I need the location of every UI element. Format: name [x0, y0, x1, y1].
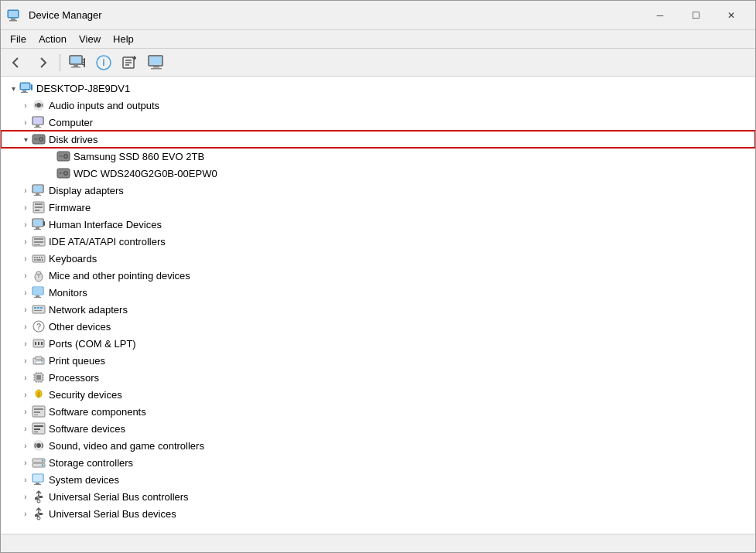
print-expand[interactable]: ›	[19, 354, 32, 367]
tree-node-monitors[interactable]: › Monitors	[1, 284, 755, 301]
menu-help[interactable]: Help	[107, 32, 140, 46]
tree-node-ports[interactable]: › Ports (COM & LPT)	[1, 335, 755, 352]
svg-rect-115	[34, 425, 43, 427]
security-expand[interactable]: ›	[19, 388, 32, 401]
system-expand[interactable]: ›	[19, 473, 32, 486]
tree-node-ide[interactable]: › IDE ATA/ATAPI controllers	[1, 233, 755, 250]
forward-button[interactable]	[30, 52, 55, 73]
usb-controllers-expand[interactable]: ›	[19, 490, 32, 503]
other-expand[interactable]: ›	[19, 320, 32, 333]
close-button[interactable]: ✕	[713, 1, 749, 30]
menu-view[interactable]: View	[73, 32, 107, 46]
svg-rect-25	[22, 90, 26, 92]
audio-expand[interactable]: ›	[19, 99, 32, 111]
tree-node-root[interactable]: ▾ DESKTOP-J8E9DV1	[1, 80, 755, 97]
tree-node-software-components[interactable]: › Software components	[1, 403, 755, 420]
storage-expand[interactable]: ›	[19, 456, 32, 469]
statusbar	[1, 534, 755, 552]
menu-file[interactable]: File	[4, 32, 32, 46]
root-expand[interactable]: ▾	[7, 82, 19, 94]
svg-rect-79	[34, 307, 36, 309]
ide-expand[interactable]: ›	[19, 235, 32, 247]
svg-rect-6	[74, 65, 78, 67]
svg-rect-27	[31, 84, 32, 90]
ports-expand[interactable]: ›	[19, 337, 32, 350]
tree-node-print[interactable]: › Print queues	[1, 352, 755, 369]
tree-node-display[interactable]: › Display adapters	[1, 182, 755, 199]
disk-expand[interactable]: ▾	[19, 133, 32, 145]
sound-expand[interactable]: ›	[19, 439, 32, 452]
audio-icon	[32, 98, 46, 112]
tree-node-samsung-ssd[interactable]: › Samsung SSD 860 EVO 2TB	[1, 148, 755, 165]
tree-node-usb-controllers[interactable]: › Universal Serial Bus controllers	[1, 488, 755, 505]
tree-node-system[interactable]: › System devices	[1, 471, 755, 488]
tree-node-firmware[interactable]: › Firmware	[1, 199, 755, 216]
software-components-expand[interactable]: ›	[19, 405, 32, 418]
show-computer-button[interactable]	[65, 52, 90, 73]
tree-node-mice[interactable]: › Mice and other pointing devices	[1, 267, 755, 284]
disk-drives-label: Disk drives	[49, 134, 98, 145]
tree-node-storage[interactable]: › Storage controllers	[1, 454, 755, 471]
minimize-button[interactable]: ─	[642, 1, 678, 30]
network-expand[interactable]: ›	[19, 303, 32, 316]
svg-rect-22	[151, 68, 162, 70]
svg-rect-88	[41, 342, 43, 345]
security-label: Security devices	[49, 389, 122, 401]
network-icon	[32, 302, 46, 316]
svg-rect-87	[38, 342, 39, 345]
back-button[interactable]	[4, 52, 29, 73]
tree-node-sound[interactable]: › Sound, video and game controllers	[1, 437, 755, 454]
usb-devices-label: Universal Serial Bus devices	[49, 508, 176, 520]
tree-node-disk-drives[interactable]: ▾ Disk drives	[1, 131, 755, 148]
computer-expand[interactable]: ›	[19, 116, 32, 128]
display-expand[interactable]: ›	[19, 184, 32, 196]
properties-button[interactable]: i	[91, 52, 116, 73]
mice-expand[interactable]: ›	[19, 269, 32, 282]
software-devices-expand[interactable]: ›	[19, 422, 32, 435]
svg-point-92	[41, 360, 43, 361]
monitors-expand[interactable]: ›	[19, 286, 32, 299]
svg-rect-56	[36, 227, 39, 229]
tree-node-hid[interactable]: › Human Interface Devices	[1, 216, 755, 233]
monitor-button[interactable]	[144, 52, 169, 73]
svg-rect-5	[70, 56, 81, 63]
svg-rect-11	[82, 64, 85, 65]
monitors-icon	[32, 285, 46, 299]
usb-devices-expand[interactable]: ›	[19, 507, 32, 520]
menubar: File Action View Help	[1, 30, 755, 49]
sound-label: Sound, video and game controllers	[49, 440, 204, 452]
hid-label: Human Interface Devices	[49, 219, 162, 230]
maximize-button[interactable]: ☐	[678, 1, 713, 30]
svg-rect-21	[153, 67, 159, 68]
svg-point-123	[42, 464, 43, 466]
software-devices-icon	[32, 422, 46, 435]
tree-node-processors[interactable]: ›	[1, 369, 755, 386]
tree-node-network[interactable]: › Network adapters	[1, 301, 755, 318]
tree-node-security[interactable]: › Security devices	[1, 386, 755, 403]
svg-rect-70	[42, 259, 43, 261]
hid-expand[interactable]: ›	[19, 218, 32, 230]
device-tree[interactable]: ▾ DESKTOP-J8E9DV1 ›	[1, 77, 755, 534]
svg-rect-53	[35, 210, 39, 211]
display-label: Display adapters	[49, 185, 124, 196]
tree-node-audio[interactable]: › Audio inputs and outputs	[1, 97, 755, 114]
tree-node-software-devices[interactable]: › Software devices	[1, 420, 755, 437]
tree-node-computer[interactable]: › Computer	[1, 114, 755, 131]
software-components-label: Software components	[49, 406, 146, 418]
svg-rect-109	[38, 394, 40, 397]
mice-icon	[32, 268, 46, 282]
processors-expand[interactable]: ›	[19, 371, 32, 384]
keyboards-expand[interactable]: ›	[19, 252, 32, 265]
tree-node-usb-devices[interactable]: › Universal Serial Bus devices	[1, 505, 755, 522]
tree-node-other[interactable]: › ? Other devices	[1, 318, 755, 335]
svg-rect-127	[34, 484, 41, 485]
update-driver-button[interactable]	[118, 52, 142, 73]
menu-action[interactable]: Action	[32, 32, 73, 46]
svg-rect-113	[34, 415, 38, 415]
wdc-icon	[56, 166, 70, 180]
tree-node-wdc[interactable]: › WDC WDS240G2G0B-00EPW0	[1, 165, 755, 182]
system-label: System devices	[49, 474, 119, 486]
system-icon	[32, 473, 46, 486]
tree-node-keyboards[interactable]: › Keyboards	[1, 250, 755, 267]
firmware-expand[interactable]: ›	[19, 201, 32, 213]
